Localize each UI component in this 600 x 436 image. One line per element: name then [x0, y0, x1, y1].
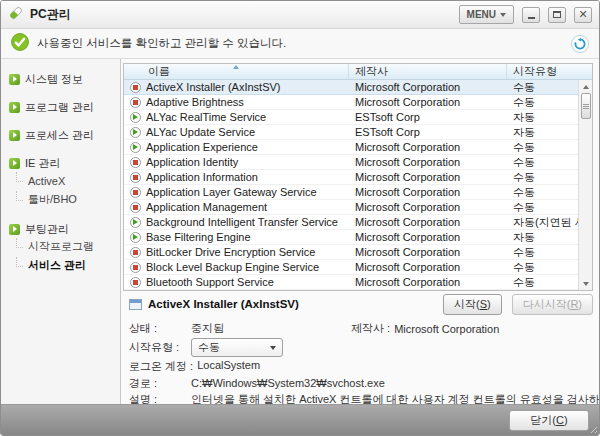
- menu-button[interactable]: MENU: [459, 5, 514, 24]
- close-dialog-button[interactable]: 닫기(C): [509, 410, 589, 431]
- maximize-button[interactable]: [548, 7, 566, 23]
- cell-state: [124, 202, 146, 213]
- table-row[interactable]: Application InformationMicrosoft Corpora…: [124, 170, 592, 185]
- service-stopped-icon: [130, 172, 141, 183]
- cell-state: [124, 247, 146, 258]
- service-stopped-icon: [130, 277, 141, 288]
- restart-button-text: 다시시작(: [523, 297, 571, 312]
- path-value: C:₩Windows₩System32₩svchost.exe: [191, 377, 385, 389]
- sidebar-item-label: ActiveX: [28, 175, 65, 187]
- cell-name: Application Management: [146, 201, 349, 213]
- startup-type-label: 시작유형 :: [129, 340, 191, 355]
- notification-message: 사용중인 서비스를 확인하고 관리할 수 있습니다.: [37, 36, 563, 51]
- cell-vendor: Microsoft Corporation: [349, 261, 507, 273]
- scroll-down-button[interactable]: [579, 277, 592, 290]
- cell-name: BitLocker Drive Encryption Service: [146, 246, 349, 258]
- cell-vendor: Microsoft Corporation: [349, 246, 507, 258]
- service-stopped-icon: [130, 97, 141, 108]
- column-header-vendor[interactable]: 제작사: [349, 64, 507, 79]
- cell-vendor: ESTsoft Corp: [349, 111, 507, 123]
- sidebar-item[interactable]: 프로그램 관리: [1, 99, 120, 115]
- start-service-button[interactable]: 시작(S): [443, 294, 502, 315]
- table-row[interactable]: Base Filtering EngineMicrosoft Corporati…: [124, 230, 592, 245]
- table-row[interactable]: ALYac Update ServiceESTsoft Corp자동: [124, 125, 592, 140]
- table-row[interactable]: ALYac RealTime ServiceESTsoft Corp자동: [124, 110, 592, 125]
- cell-state: [124, 262, 146, 273]
- chevron-down-icon: [270, 346, 276, 350]
- table-row[interactable]: Application ExperienceMicrosoft Corporat…: [124, 140, 592, 155]
- sidebar-item[interactable]: 시작프로그램: [1, 237, 120, 256]
- sort-ascending-icon: [233, 65, 239, 69]
- cell-state: [124, 172, 146, 183]
- sidebar-item[interactable]: 서비스 관리: [1, 256, 120, 275]
- startup-type-selected-value: 수동: [198, 340, 220, 355]
- table-row[interactable]: Application Layer Gateway ServiceMicroso…: [124, 185, 592, 200]
- table-row[interactable]: Adaptive BrightnessMicrosoft Corporation…: [124, 95, 592, 110]
- startup-type-select[interactable]: 수동: [191, 338, 283, 357]
- cell-name: Application Experience: [146, 141, 349, 153]
- column-header-vendor-label: 제작사: [355, 64, 388, 79]
- status-label: 상태 :: [129, 321, 191, 336]
- vendor-label: 제작사 :: [351, 321, 390, 336]
- cell-vendor: Microsoft Corporation: [349, 141, 507, 153]
- scroll-up-button[interactable]: [579, 80, 592, 93]
- table-row[interactable]: Block Level Backup Engine ServiceMicroso…: [124, 260, 592, 275]
- detail-header: ActiveX Installer (AxInstSV) 시작(S) 다시시작(…: [123, 291, 599, 315]
- pill-app-icon: [8, 5, 24, 25]
- table-row[interactable]: Bluetooth Support ServiceMicrosoft Corpo…: [124, 275, 592, 290]
- resize-grip[interactable]: [588, 424, 597, 433]
- tree-line-icon: [16, 238, 23, 248]
- detail-body: 상태 : 중지됨 제작사 : Microsoft Corporation 시작유…: [123, 320, 599, 407]
- startup-type-row: 시작유형 : 수동: [129, 337, 599, 358]
- sidebar-item[interactable]: 부팅관리: [1, 221, 120, 237]
- column-header-startup-label: 시작유형: [513, 64, 557, 79]
- sidebar-item[interactable]: 툴바/BHO: [1, 190, 120, 209]
- column-header-startup[interactable]: 시작유형: [507, 64, 592, 79]
- cell-vendor: Microsoft Corporation: [349, 231, 507, 243]
- start-button-text: 시작(: [454, 297, 480, 312]
- service-running-icon: [130, 127, 141, 138]
- minimize-button[interactable]: [522, 7, 540, 23]
- cell-vendor: Microsoft Corporation: [349, 171, 507, 183]
- service-stopped-icon: [130, 187, 141, 198]
- sidebar-item-label: 부팅관리: [25, 222, 69, 237]
- cell-name: Application Identity: [146, 156, 349, 168]
- content-area: 시스템 정보프로그램 관리프로세스 관리IE 관리ActiveX툴바/BHO부팅…: [1, 59, 599, 404]
- close-button[interactable]: ✕: [574, 7, 592, 23]
- logon-account-row: 로그온 계정 : LocalSystem: [129, 358, 599, 375]
- vendor-value: Microsoft Corporation: [394, 323, 499, 335]
- cell-state: [124, 217, 146, 228]
- sidebar-item-label: 시스템 정보: [25, 72, 83, 87]
- table-row[interactable]: Background Intelligent Transfer ServiceM…: [124, 215, 592, 230]
- service-stopped-icon: [130, 202, 141, 213]
- service-window-icon: [129, 299, 142, 310]
- cell-name: Adaptive Brightness: [146, 96, 349, 108]
- table-header: 이름 제작사 시작유형: [124, 64, 592, 80]
- service-running-icon: [130, 142, 141, 153]
- restart-service-button[interactable]: 다시시작(R): [512, 294, 593, 315]
- sidebar-item[interactable]: ActiveX: [1, 171, 120, 190]
- sidebar-item[interactable]: 시스템 정보: [1, 71, 120, 87]
- table-row[interactable]: Application IdentityMicrosoft Corporatio…: [124, 155, 592, 170]
- scroll-thumb[interactable]: [581, 93, 591, 119]
- sidebar-item-label: IE 관리: [25, 156, 60, 171]
- sidebar-item[interactable]: IE 관리: [1, 155, 120, 171]
- column-header-name[interactable]: 이름: [124, 64, 349, 79]
- table-row[interactable]: BitLocker Drive Encryption ServiceMicros…: [124, 245, 592, 260]
- service-stopped-icon: [130, 82, 141, 93]
- path-label: 경로 :: [129, 376, 191, 391]
- cell-state: [124, 127, 146, 138]
- sidebar-item[interactable]: 프로세스 관리: [1, 127, 120, 143]
- table-row[interactable]: Application ManagementMicrosoft Corporat…: [124, 200, 592, 215]
- cell-state: [124, 187, 146, 198]
- maximize-icon: [553, 11, 561, 18]
- table-row[interactable]: ActiveX Installer (AxInstSV)Microsoft Co…: [124, 80, 592, 95]
- sidebar-item-label: 프로그램 관리: [25, 100, 94, 115]
- service-stopped-icon: [130, 247, 141, 258]
- main-panel: 이름 제작사 시작유형 ActiveX Installer (AxInstSV)…: [121, 59, 599, 404]
- expand-arrow-icon: [9, 130, 20, 141]
- cell-name: Background Intelligent Transfer Service: [146, 216, 349, 228]
- expand-arrow-icon: [9, 224, 20, 235]
- cell-vendor: Microsoft Corporation: [349, 216, 507, 228]
- refresh-button[interactable]: [571, 35, 589, 53]
